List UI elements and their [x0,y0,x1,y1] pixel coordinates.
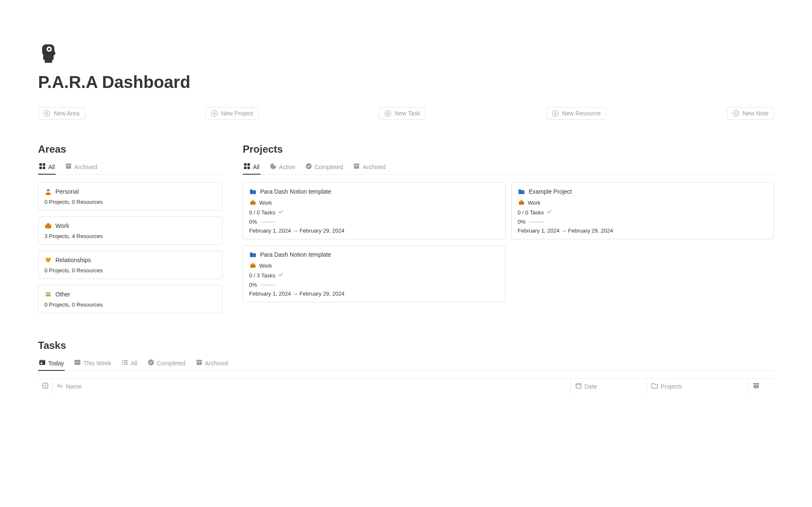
svg-rect-14 [45,225,51,228]
tab-this-week[interactable]: This Week [73,359,112,370]
column-checkbox[interactable] [38,379,52,394]
area-card-personal[interactable]: Personal 0 Projects, 0 Resources [38,182,222,211]
column-date[interactable]: Date [571,379,647,394]
svg-point-42 [122,362,123,363]
svg-rect-48 [197,362,202,365]
svg-rect-28 [250,201,255,205]
svg-rect-38 [77,362,78,363]
project-dates: February 1, 2024 → February 29, 2024 [249,290,499,297]
folder-stack-icon [44,290,52,298]
calendar-week-icon [74,359,81,367]
svg-rect-15 [45,226,51,226]
project-area-text: Work [259,200,272,206]
tab-all[interactable]: All [243,163,261,174]
tab-completed[interactable]: Completed [147,359,187,370]
project-tasks-text: 0 / 0 Tasks [518,209,544,216]
tab-label: Completed [315,164,343,170]
svg-rect-27 [252,200,254,202]
project-area-text: Work [259,263,272,269]
area-card-other[interactable]: Other 0 Projects, 0 Resources [38,285,222,313]
column-name[interactable]: Aa Name [52,379,571,394]
svg-rect-17 [46,293,51,294]
calendar-icon [575,382,582,390]
tab-label: Archived [74,164,97,170]
button-label: New Note [743,110,768,117]
checkbox-icon [42,382,49,390]
areas-tabs: All Archived [38,163,222,175]
text-aa-icon: Aa [57,382,63,390]
page-title: P.A.R.A Dashboard [38,73,774,92]
svg-text:Aa: Aa [57,384,63,388]
folder-icon [651,382,658,390]
tab-completed[interactable]: Completed [304,163,344,174]
column-label: Name [66,383,82,390]
heart-icon [44,256,52,264]
project-percent: 0% [249,282,257,288]
check-circle-icon [305,163,312,171]
tab-active[interactable]: Active [269,163,296,174]
check-icon [278,209,284,216]
project-card[interactable]: Para Dash Notion template Work 0 / 0 Tas… [243,182,505,239]
check-circle-icon [148,359,154,367]
area-title: Personal [55,188,79,195]
svg-rect-34 [39,360,45,361]
svg-rect-21 [244,167,247,169]
new-area-button[interactable]: New Area [38,107,85,120]
project-tasks-text: 0 / 0 Tasks [249,209,275,216]
tab-all[interactable]: All [38,163,56,174]
tab-label: Today [48,360,64,367]
check-icon [278,272,284,279]
tab-archived[interactable]: Archived [64,163,98,174]
svg-rect-41 [124,360,128,361]
svg-rect-45 [124,364,128,364]
column-label: Date [584,383,597,390]
gallery-icon [39,163,46,171]
svg-rect-39 [79,362,80,363]
plus-circle-icon [211,110,218,117]
tab-label: Active [279,164,295,170]
area-meta: 0 Projects, 0 Resources [44,199,216,205]
svg-rect-9 [66,164,71,165]
area-card-work[interactable]: Work 3 Projects, 4 Resources [38,217,222,245]
new-project-button[interactable]: New Project [206,107,258,120]
briefcase-icon [44,222,52,230]
column-projects[interactable]: Projects [647,379,749,394]
svg-rect-47 [196,360,202,361]
list-icon [121,359,128,367]
svg-rect-52 [576,384,581,388]
svg-rect-19 [244,163,247,166]
tab-archived[interactable]: Archived [195,359,229,370]
svg-rect-25 [354,165,359,169]
tab-archived[interactable]: Archived [352,163,386,174]
svg-rect-5 [39,163,42,166]
archive-icon [196,359,203,367]
tab-today[interactable]: Today [38,359,65,370]
column-archive[interactable] [749,379,774,394]
new-task-button[interactable]: New Task [379,107,425,120]
new-note-button[interactable]: New Note [727,107,774,120]
area-card-relationships[interactable]: Relationships 0 Projects, 0 Resources [38,251,222,279]
project-card[interactable]: Para Dash Notion template Work 0 / 3 Tas… [243,245,505,302]
plus-circle-icon [732,110,739,117]
plus-circle-icon [552,110,559,117]
svg-rect-20 [247,163,250,166]
tab-all[interactable]: All [121,359,138,370]
svg-rect-43 [124,362,128,363]
svg-rect-49 [198,362,200,363]
calendar-day-icon [39,359,46,367]
project-card[interactable]: Example Project Work 0 / 0 Tasks 0% [511,182,774,239]
svg-rect-56 [755,386,757,386]
svg-point-40 [122,360,123,362]
tab-label: All [253,164,260,170]
new-resource-button[interactable]: New Resource [546,107,606,120]
button-label: New Project [221,110,253,117]
project-tasks-text: 0 / 3 Tasks [249,272,275,279]
project-percent: 0% [249,219,257,225]
tasks-heading: Tasks [38,340,774,351]
moon-icon [270,163,277,171]
project-percent: 0% [518,219,526,225]
svg-rect-35 [41,362,42,364]
tab-label: Archived [362,164,385,170]
button-label: New Resource [562,110,601,117]
svg-rect-11 [68,166,69,167]
